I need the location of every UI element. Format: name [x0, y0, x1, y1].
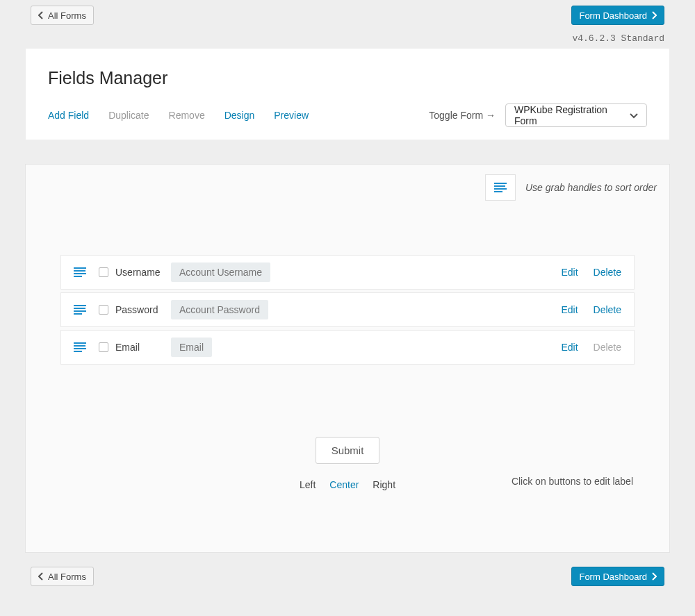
duplicate-link[interactable]: Duplicate	[108, 110, 149, 121]
form-select-value: WPKube Registration Form	[514, 104, 630, 126]
back-label: All Forms	[48, 10, 86, 21]
align-left[interactable]: Left	[300, 479, 316, 490]
field-checkbox[interactable]	[99, 267, 108, 277]
field-placeholder[interactable]: Account Password	[171, 300, 268, 319]
remove-link[interactable]: Remove	[169, 110, 205, 121]
field-edit-link[interactable]: Edit	[561, 342, 578, 353]
field-name: Username	[115, 267, 163, 278]
chevron-right-icon	[651, 11, 657, 19]
sort-hint-row: Use grab handles to sort order	[35, 174, 660, 206]
grab-handle-icon	[485, 174, 516, 201]
chevron-left-icon	[38, 572, 44, 581]
grab-handle-icon[interactable]	[68, 267, 92, 277]
version-text: v4.6.2.3 Standard	[25, 25, 670, 48]
field-placeholder[interactable]: Account Username	[171, 263, 270, 282]
toolbar-actions: Add Field Duplicate Remove Design Previe…	[48, 110, 429, 121]
field-edit-link[interactable]: Edit	[561, 304, 578, 315]
field-delete-link: Delete	[594, 342, 621, 353]
chevron-right-icon	[651, 572, 657, 581]
align-center[interactable]: Center	[329, 479, 359, 490]
header-panel: Fields Manager Add Field Duplicate Remov…	[25, 48, 670, 140]
field-name: Email	[115, 342, 163, 353]
align-right[interactable]: Right	[373, 479, 395, 490]
field-delete-link[interactable]: Delete	[594, 304, 621, 315]
bottom-bar: All Forms Form Dashboard	[25, 567, 670, 586]
field-row: UsernameAccount UsernameEditDelete	[60, 255, 635, 290]
preview-link[interactable]: Preview	[274, 110, 309, 121]
toggle-form-label: Toggle Form →	[429, 110, 496, 121]
back-label: All Forms	[48, 572, 86, 582]
back-all-forms-button[interactable]: All Forms	[31, 6, 94, 25]
submit-button[interactable]: Submit	[316, 437, 380, 464]
toolbar: Add Field Duplicate Remove Design Previe…	[48, 103, 647, 127]
alignment-row: Left Center Right	[300, 479, 395, 490]
field-name: Password	[115, 304, 163, 315]
dashboard-label: Form Dashboard	[579, 10, 647, 21]
field-row: PasswordAccount PasswordEditDelete	[60, 292, 635, 327]
top-bar: All Forms Form Dashboard	[25, 6, 670, 25]
form-dashboard-button-bottom[interactable]: Form Dashboard	[571, 567, 664, 586]
field-checkbox[interactable]	[99, 305, 108, 315]
fields-list: UsernameAccount UsernameEditDeletePasswo…	[35, 248, 660, 365]
chevron-left-icon	[38, 11, 44, 19]
form-dashboard-button[interactable]: Form Dashboard	[571, 6, 664, 25]
grab-handle-icon[interactable]	[68, 305, 92, 315]
form-select[interactable]: WPKube Registration Form	[505, 103, 647, 127]
field-row: EmailEmailEditDelete	[60, 330, 635, 365]
field-edit-link[interactable]: Edit	[561, 267, 578, 278]
chevron-down-icon	[630, 110, 638, 121]
back-all-forms-button-bottom[interactable]: All Forms	[31, 567, 94, 586]
field-placeholder[interactable]: Email	[171, 338, 212, 357]
field-delete-link[interactable]: Delete	[594, 267, 621, 278]
dashboard-label: Form Dashboard	[579, 572, 647, 582]
page-title: Fields Manager	[48, 68, 647, 88]
field-checkbox[interactable]	[99, 342, 108, 352]
grab-handle-icon[interactable]	[68, 342, 92, 352]
edit-label-hint: Click on buttons to edit label	[512, 476, 633, 487]
workspace-panel: Use grab handles to sort order UsernameA…	[25, 164, 670, 553]
design-link[interactable]: Design	[224, 110, 255, 121]
add-field-link[interactable]: Add Field	[48, 110, 89, 121]
sort-hint-text: Use grab handles to sort order	[525, 182, 657, 193]
